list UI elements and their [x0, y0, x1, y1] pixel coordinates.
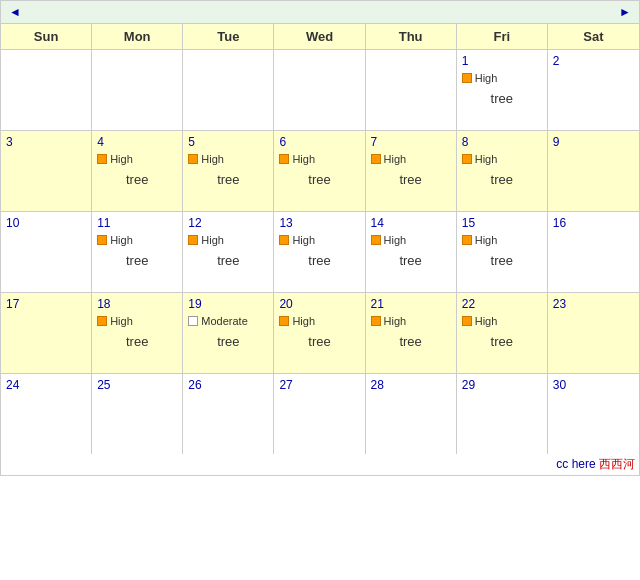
day-number[interactable]: 10 — [6, 216, 19, 230]
pollen-box — [188, 235, 198, 245]
day-cell: 24 — [1, 374, 92, 454]
day-cell: 10 — [1, 212, 92, 292]
day-number[interactable]: 29 — [462, 378, 475, 392]
day-cell: 3 — [1, 131, 92, 211]
pollen-box — [462, 235, 472, 245]
day-number[interactable]: 28 — [371, 378, 384, 392]
day-number[interactable]: 4 — [97, 135, 104, 149]
day-number[interactable]: 19 — [188, 297, 201, 311]
pollen-box — [371, 316, 381, 326]
day-number[interactable]: 12 — [188, 216, 201, 230]
pollen-type: tree — [97, 334, 177, 349]
pollen-badge: High — [279, 234, 315, 246]
day-number[interactable]: 30 — [553, 378, 566, 392]
nav-bar — [1, 1, 639, 24]
day-number[interactable]: 26 — [188, 378, 201, 392]
day-cell: 1Hightree — [457, 50, 548, 130]
pollen-type: tree — [462, 91, 542, 106]
watermark-chinese: 西西河 — [599, 457, 635, 471]
day-number[interactable]: 8 — [462, 135, 469, 149]
day-cell: 7Hightree — [366, 131, 457, 211]
pollen-box — [97, 154, 107, 164]
week-row: 1718Hightree19Moderatetree20Hightree21Hi… — [1, 293, 639, 374]
day-number[interactable]: 17 — [6, 297, 19, 311]
pollen-level: High — [292, 153, 315, 165]
day-number[interactable]: 11 — [97, 216, 110, 230]
day-header-fri: Fri — [457, 24, 548, 49]
day-number[interactable]: 5 — [188, 135, 195, 149]
pollen-box — [462, 73, 472, 83]
pollen-badge: High — [188, 153, 224, 165]
pollen-badge: High — [279, 315, 315, 327]
day-cell: 17 — [1, 293, 92, 373]
watermark: cc here 西西河 — [1, 454, 639, 475]
day-number[interactable]: 1 — [462, 54, 469, 68]
day-cell: 19Moderatetree — [183, 293, 274, 373]
day-number[interactable]: 3 — [6, 135, 13, 149]
prev-month-button[interactable] — [9, 5, 21, 19]
day-cell: 11Hightree — [92, 212, 183, 292]
day-cell: 22Hightree — [457, 293, 548, 373]
day-number[interactable]: 27 — [279, 378, 292, 392]
day-cell: 18Hightree — [92, 293, 183, 373]
day-number[interactable]: 6 — [279, 135, 286, 149]
pollen-box — [279, 316, 289, 326]
day-header-mon: Mon — [92, 24, 183, 49]
day-number[interactable]: 24 — [6, 378, 19, 392]
day-cell: 28 — [366, 374, 457, 454]
pollen-badge: High — [371, 153, 407, 165]
day-number[interactable]: 25 — [97, 378, 110, 392]
day-cell: 8Hightree — [457, 131, 548, 211]
day-number[interactable]: 18 — [97, 297, 110, 311]
pollen-level: High — [110, 153, 133, 165]
day-number[interactable]: 7 — [371, 135, 378, 149]
day-cell: 21Hightree — [366, 293, 457, 373]
pollen-level: High — [475, 315, 498, 327]
pollen-badge: High — [462, 234, 498, 246]
day-cell: 5Hightree — [183, 131, 274, 211]
day-number[interactable]: 2 — [553, 54, 560, 68]
pollen-type: tree — [462, 253, 542, 268]
day-number[interactable]: 20 — [279, 297, 292, 311]
day-number[interactable]: 22 — [462, 297, 475, 311]
day-cell: 29 — [457, 374, 548, 454]
week-row: 24252627282930 — [1, 374, 639, 454]
day-cell: 14Hightree — [366, 212, 457, 292]
day-headers: SunMonTueWedThuFriSat — [1, 24, 639, 50]
day-cell — [1, 50, 92, 130]
day-number[interactable]: 9 — [553, 135, 560, 149]
pollen-type: tree — [279, 334, 359, 349]
pollen-type: tree — [97, 172, 177, 187]
day-cell: 6Hightree — [274, 131, 365, 211]
pollen-box — [371, 154, 381, 164]
pollen-type: tree — [279, 172, 359, 187]
pollen-badge: High — [371, 315, 407, 327]
day-cell: 12Hightree — [183, 212, 274, 292]
pollen-type: tree — [462, 334, 542, 349]
pollen-box — [279, 154, 289, 164]
pollen-type: tree — [188, 172, 268, 187]
day-cell: 27 — [274, 374, 365, 454]
day-number[interactable]: 23 — [553, 297, 566, 311]
day-number[interactable]: 16 — [553, 216, 566, 230]
day-cell: 15Hightree — [457, 212, 548, 292]
day-number[interactable]: 14 — [371, 216, 384, 230]
pollen-type: tree — [371, 253, 451, 268]
pollen-box — [188, 154, 198, 164]
pollen-type: tree — [371, 172, 451, 187]
pollen-level: High — [292, 234, 315, 246]
day-number[interactable]: 21 — [371, 297, 384, 311]
day-header-wed: Wed — [274, 24, 365, 49]
next-month-button[interactable] — [619, 5, 631, 19]
pollen-type: tree — [97, 253, 177, 268]
watermark-text: cc here — [556, 457, 595, 471]
weeks: 1Hightree234Hightree5Hightree6Hightree7H… — [1, 50, 639, 454]
day-number[interactable]: 13 — [279, 216, 292, 230]
day-number[interactable]: 15 — [462, 216, 475, 230]
day-cell: 30 — [548, 374, 639, 454]
day-header-sat: Sat — [548, 24, 639, 49]
pollen-box — [188, 316, 198, 326]
day-cell: 9 — [548, 131, 639, 211]
day-header-thu: Thu — [366, 24, 457, 49]
pollen-badge: Moderate — [188, 315, 247, 327]
